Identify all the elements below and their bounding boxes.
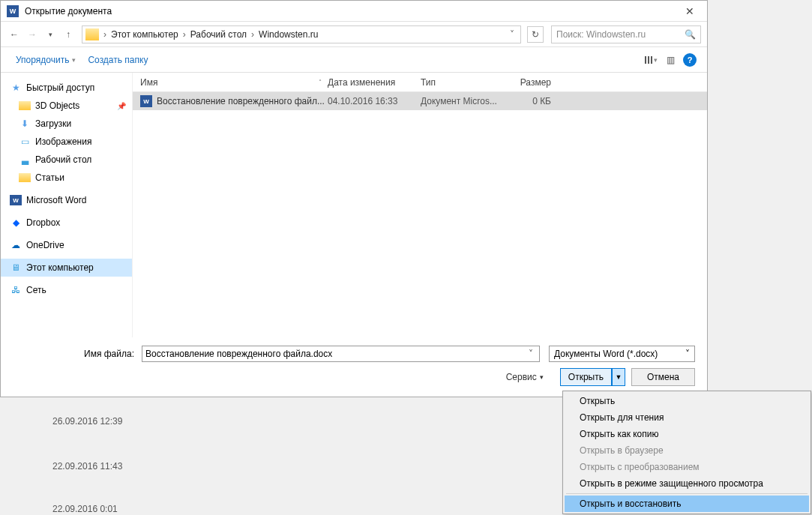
sidebar-label: Загрузки xyxy=(35,118,71,129)
breadcrumb-segment[interactable]: Этот компьютер xyxy=(108,29,181,40)
file-type-filter[interactable]: Документы Word (*.docx) ˅ xyxy=(549,346,695,362)
column-date[interactable]: Дата изменения xyxy=(328,77,421,88)
word-app-icon: W xyxy=(7,5,19,17)
folder-icon xyxy=(19,173,31,182)
sidebar-label: Сеть xyxy=(26,285,46,295)
pictures-icon: ▭ xyxy=(19,136,31,147)
filename-field[interactable] xyxy=(145,349,526,359)
menu-open-readonly[interactable]: Открыть для чтения xyxy=(565,409,809,426)
navigation-bar: ← → ▾ ↑ › Этот компьютер › Рабочий стол … xyxy=(1,22,707,47)
sidebar-onedrive[interactable]: ☁ OneDrive xyxy=(1,236,132,254)
downloads-icon: ⬇ xyxy=(19,118,31,129)
chevron-down-icon: ▾ xyxy=(540,373,544,381)
help-button[interactable]: ? xyxy=(682,52,698,68)
word-icon: W xyxy=(10,195,22,205)
open-dropdown-button[interactable]: ▼ xyxy=(612,368,625,386)
dialog-footer: Имя файла: ˅ Документы Word (*.docx) ˅ С… xyxy=(1,337,707,397)
sidebar-item-downloads[interactable]: ⬇ Загрузки xyxy=(1,115,132,133)
menu-open-copy[interactable]: Открыть как копию xyxy=(565,426,809,442)
filename-label: Имя файла: xyxy=(8,349,139,359)
open-dropdown-menu: Открыть Открыть для чтения Открыть как к… xyxy=(562,391,811,514)
menu-open-transform: Открыть с преобразованием xyxy=(565,459,809,475)
column-name[interactable]: Имя ˄ xyxy=(133,77,328,88)
column-label: Имя xyxy=(140,77,157,88)
sidebar-label: Рабочий стол xyxy=(35,154,91,165)
bg-timestamp: 26.09.2016 12:39 xyxy=(52,416,122,427)
menu-separator xyxy=(566,493,808,494)
dialog-title: Открытие документа xyxy=(25,6,679,16)
breadcrumb-path[interactable]: › Этот компьютер › Рабочий стол › Window… xyxy=(82,25,521,43)
file-date: 04.10.2016 16:33 xyxy=(328,96,421,106)
main-panel: ★ Быстрый доступ 3D Objects 📌 ⬇ Загрузки… xyxy=(1,73,707,337)
search-icon[interactable]: 🔍 xyxy=(685,29,696,40)
button-row: Сервис ▾ Открыть ▼ Отмена xyxy=(8,368,695,386)
folder-icon xyxy=(85,28,99,40)
search-placeholder: Поиск: Windowsten.ru xyxy=(556,29,646,40)
preview-pane-button[interactable]: ▥ xyxy=(662,52,679,68)
breadcrumb-dropdown-icon[interactable]: ˅ xyxy=(507,29,517,40)
back-arrow-icon[interactable]: ← xyxy=(7,27,22,42)
up-arrow-icon[interactable]: ↑ xyxy=(61,27,76,42)
chevron-right-icon: › xyxy=(181,29,187,40)
sidebar-item-pictures[interactable]: ▭ Изображения xyxy=(1,133,132,151)
chevron-right-icon: › xyxy=(250,29,256,40)
file-list-area: Имя ˄ Дата изменения Тип Размер W Восста… xyxy=(133,73,707,337)
chevron-down-icon: ▾ xyxy=(72,56,76,64)
view-options-button[interactable]: ▾ xyxy=(643,52,659,68)
new-folder-button[interactable]: Создать папку xyxy=(82,52,154,68)
recent-chevron-icon[interactable]: ▾ xyxy=(43,27,58,42)
sidebar-label: Этот компьютер xyxy=(26,262,94,273)
sidebar-item-3d-objects[interactable]: 3D Objects 📌 xyxy=(1,97,132,115)
open-button[interactable]: Открыть xyxy=(560,368,612,386)
close-button[interactable]: ✕ xyxy=(679,5,701,17)
filter-label: Документы Word (*.docx) xyxy=(554,349,658,359)
open-file-dialog: W Открытие документа ✕ ← → ▾ ↑ › Этот ко… xyxy=(0,0,708,397)
sidebar-dropbox[interactable]: ◆ Dropbox xyxy=(1,214,132,232)
search-input[interactable]: Поиск: Windowsten.ru 🔍 xyxy=(551,25,701,43)
menu-open[interactable]: Открыть xyxy=(565,393,809,409)
organize-button[interactable]: Упорядочить ▾ xyxy=(10,52,82,68)
column-size[interactable]: Размер xyxy=(511,77,556,88)
bg-timestamp: 22.09.2016 0:01 xyxy=(52,504,118,514)
sidebar-label: Изображения xyxy=(35,136,91,147)
desktop-icon: ▃ xyxy=(19,154,31,165)
word-doc-icon: W xyxy=(140,95,152,107)
sidebar-label: OneDrive xyxy=(26,240,64,250)
column-type[interactable]: Тип xyxy=(421,77,511,88)
bg-timestamp: 22.09.2016 11:43 xyxy=(52,461,122,472)
forward-arrow-icon[interactable]: → xyxy=(25,27,40,42)
onedrive-icon: ☁ xyxy=(10,240,22,250)
breadcrumb-segment[interactable]: Windowsten.ru xyxy=(256,29,321,40)
chevron-down-icon[interactable]: ˅ xyxy=(526,349,536,359)
column-headers: Имя ˄ Дата изменения Тип Размер xyxy=(133,73,707,92)
pc-icon: 🖥 xyxy=(10,262,22,273)
file-name: Восстановление поврежденного файл... xyxy=(157,96,328,106)
tools-button[interactable]: Сервис ▾ xyxy=(506,372,544,382)
star-icon: ★ xyxy=(10,82,22,93)
menu-open-browser: Открыть в браузере xyxy=(565,442,809,459)
navigation-tree: ★ Быстрый доступ 3D Objects 📌 ⬇ Загрузки… xyxy=(1,73,133,337)
sidebar-this-pc[interactable]: 🖥 Этот компьютер xyxy=(1,259,132,277)
sidebar-quick-access[interactable]: ★ Быстрый доступ xyxy=(1,79,132,97)
sort-ascending-icon: ˄ xyxy=(319,79,322,85)
sidebar-label: Статьи xyxy=(35,172,64,183)
file-row[interactable]: W Восстановление поврежденного файл... 0… xyxy=(133,92,707,110)
breadcrumb-segment[interactable]: Рабочий стол xyxy=(187,29,250,40)
menu-open-repair[interactable]: Открыть и восстановить xyxy=(565,496,809,512)
sidebar-msword[interactable]: W Microsoft Word xyxy=(1,191,132,209)
sidebar-item-desktop[interactable]: ▃ Рабочий стол xyxy=(1,151,132,169)
menu-open-protected-view[interactable]: Открыть в режиме защищенного просмотра xyxy=(565,475,809,492)
sidebar-label: Microsoft Word xyxy=(26,195,86,205)
sidebar-item-articles[interactable]: Статьи xyxy=(1,169,132,187)
cancel-button[interactable]: Отмена xyxy=(631,368,695,386)
toolbar: Упорядочить ▾ Создать папку ▾ ▥ ? xyxy=(1,47,707,73)
filename-input[interactable]: ˅ xyxy=(142,346,540,362)
network-icon: 🖧 xyxy=(10,285,22,295)
chevron-down-icon: ˅ xyxy=(685,349,690,359)
sidebar-label: Dropbox xyxy=(26,217,60,228)
organize-label: Упорядочить xyxy=(16,55,69,65)
tools-label: Сервис xyxy=(506,372,537,382)
sidebar-network[interactable]: 🖧 Сеть xyxy=(1,281,132,299)
open-split-button: Открыть ▼ xyxy=(560,368,625,386)
refresh-button[interactable]: ↻ xyxy=(527,26,544,43)
